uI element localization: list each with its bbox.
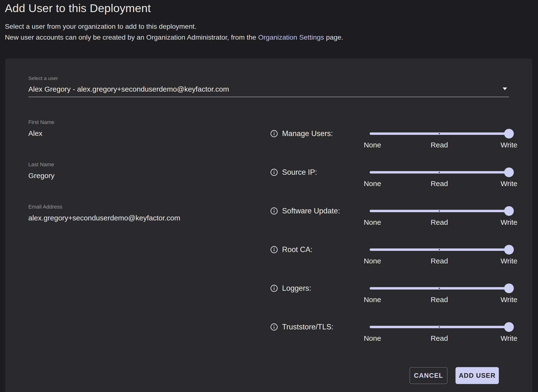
info-icon[interactable] (270, 168, 278, 176)
description-line2: New user accounts can only be created by… (5, 32, 538, 43)
user-fields: First Name Alex Last Name Gregory Email … (28, 97, 270, 360)
scale-label-write: Write (501, 296, 517, 304)
scale-label-none: None (364, 218, 381, 226)
scale-label-write: Write (501, 180, 517, 188)
scale-label-none: None (364, 180, 381, 188)
info-icon[interactable] (270, 246, 278, 254)
select-user-field[interactable]: Select a user Alex Gregory - alex.gregor… (28, 75, 509, 97)
slider-scale: None Read Write (370, 257, 509, 266)
scale-label-read: Read (431, 141, 448, 149)
permission-slider[interactable] (370, 283, 509, 294)
user-field: Email Address alex.gregory+seconduserdem… (28, 204, 270, 222)
dialog-actions: CANCEL ADD USER (410, 367, 499, 384)
page-description: Select a user from your organization to … (5, 21, 538, 43)
page-title: Add User to this Deployment (5, 1, 538, 15)
scale-label-write: Write (501, 334, 517, 342)
organization-settings-link[interactable]: Organization Settings (258, 33, 324, 41)
permission-row: Source IP: None Read Write (270, 167, 509, 189)
slider-thumb[interactable] (504, 283, 514, 293)
slider-tick-read (439, 249, 440, 250)
select-user-value: Alex Gregory - alex.gregory+seconduserde… (28, 85, 499, 93)
field-label: First Name (28, 119, 270, 125)
permission-label: Manage Users: (282, 129, 333, 138)
scale-label-read: Read (431, 218, 448, 226)
chevron-down-icon[interactable] (503, 87, 507, 90)
permission-slider[interactable] (370, 322, 509, 332)
user-field: Last Name Gregory (28, 161, 270, 180)
permission-slider[interactable] (370, 128, 509, 139)
add-user-card: Select a user Alex Gregory - alex.gregor… (5, 58, 532, 392)
field-value: alex.gregory+seconduserdemo@keyfactor.co… (28, 214, 270, 222)
info-icon[interactable] (270, 207, 278, 215)
add-user-button[interactable]: ADD USER (456, 367, 499, 384)
field-value: Alex (28, 129, 270, 138)
permission-row: Truststore/TLS: None Read Write (270, 322, 509, 343)
cancel-button[interactable]: CANCEL (410, 367, 448, 384)
slider-scale: None Read Write (370, 296, 509, 305)
slider-scale: None Read Write (370, 141, 509, 150)
permission-label: Software Update: (282, 207, 340, 215)
scale-label-none: None (364, 257, 381, 265)
select-user-label: Select a user (28, 75, 509, 81)
field-label: Email Address (28, 204, 270, 210)
slider-tick-read (439, 327, 440, 328)
scale-label-none: None (364, 296, 381, 304)
scale-label-read: Read (431, 296, 448, 304)
permission-slider[interactable] (370, 167, 509, 178)
card-columns: First Name Alex Last Name Gregory Email … (28, 97, 509, 360)
slider-tick-read (439, 211, 440, 212)
scale-label-write: Write (501, 218, 517, 226)
scale-label-read: Read (431, 257, 448, 265)
permission-slider[interactable] (370, 244, 509, 255)
slider-scale: None Read Write (370, 218, 509, 227)
permission-row: Software Update: None Read Write (270, 206, 509, 227)
description-line2-suffix: page. (324, 33, 343, 41)
slider-scale: None Read Write (370, 334, 509, 343)
permission-row: Loggers: None Read Write (270, 283, 509, 305)
page-header: Add User to this Deployment Select a use… (0, 0, 538, 43)
permission-label: Truststore/TLS: (282, 323, 333, 331)
scale-label-read: Read (431, 180, 448, 188)
slider-thumb[interactable] (504, 322, 514, 332)
permission-label: Source IP: (282, 168, 317, 177)
field-label: Last Name (28, 161, 270, 168)
permission-row: Manage Users: None Read Write (270, 128, 509, 150)
description-line2-prefix: New user accounts can only be created by… (5, 33, 258, 41)
scale-label-read: Read (431, 334, 448, 342)
permission-label: Root CA: (282, 245, 313, 254)
scale-label-none: None (364, 334, 381, 342)
info-icon[interactable] (270, 323, 278, 331)
slider-tick-read (439, 288, 440, 289)
info-icon[interactable] (270, 130, 278, 138)
info-icon[interactable] (270, 284, 278, 292)
scale-label-write: Write (501, 257, 517, 265)
slider-thumb[interactable] (504, 129, 514, 138)
permission-row: Root CA: None Read Write (270, 244, 509, 266)
slider-scale: None Read Write (370, 180, 509, 189)
slider-thumb[interactable] (504, 245, 514, 254)
field-value: Gregory (28, 172, 270, 180)
slider-tick-read (439, 172, 440, 173)
slider-thumb[interactable] (504, 206, 514, 216)
permission-slider[interactable] (370, 206, 509, 216)
permission-label: Loggers: (282, 284, 311, 293)
slider-tick-read (439, 133, 440, 134)
scale-label-none: None (364, 141, 381, 149)
permissions-panel: Manage Users: None Read Write Source IP: (270, 97, 509, 360)
slider-thumb[interactable] (504, 167, 514, 177)
description-line1: Select a user from your organization to … (5, 21, 538, 32)
scale-label-write: Write (501, 141, 517, 149)
user-field: First Name Alex (28, 119, 270, 138)
